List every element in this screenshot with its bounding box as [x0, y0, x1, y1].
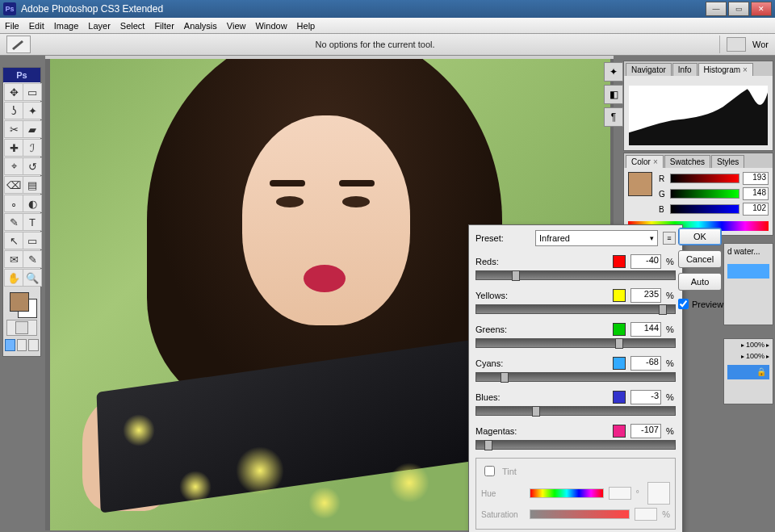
hand-tool[interactable]: ✋: [4, 269, 23, 287]
current-tool-preset-icon[interactable]: [6, 36, 31, 53]
slider-swatch-5: [613, 425, 626, 438]
menu-analysis[interactable]: Analysis: [184, 21, 217, 31]
layer-item[interactable]: 🔒: [727, 365, 769, 379]
screen-mode-standard[interactable]: [5, 339, 15, 351]
tab-swatches[interactable]: Swatches: [664, 155, 710, 168]
type-tool[interactable]: T: [23, 213, 42, 231]
slider-track-2[interactable]: [475, 338, 676, 348]
tab-styles[interactable]: Styles: [711, 155, 744, 168]
tab-navigator[interactable]: Navigator: [626, 63, 672, 76]
clone-stamp-tool[interactable]: ⌖: [4, 157, 23, 175]
tint-checkbox[interactable]: [484, 466, 495, 476]
slider-thumb-2[interactable]: [615, 338, 623, 349]
slider-track-5[interactable]: [475, 440, 676, 450]
menu-help[interactable]: Help: [297, 21, 316, 31]
slider-label-1: Yellows:: [475, 291, 527, 300]
blur-tool[interactable]: ∘: [4, 195, 23, 212]
tab-histogram[interactable]: Histogram×: [698, 63, 753, 76]
chevron-down-icon: ▾: [650, 234, 654, 242]
auto-button[interactable]: Auto: [678, 273, 722, 291]
notes-tool[interactable]: ✉: [4, 250, 23, 268]
close-button[interactable]: ✕: [751, 2, 772, 16]
menu-window[interactable]: Window: [255, 21, 287, 31]
color-swatches[interactable]: [6, 291, 37, 316]
screen-mode-buttons: [5, 339, 39, 351]
quick-mask-toggle[interactable]: [6, 320, 37, 336]
minimize-button[interactable]: —: [706, 2, 727, 16]
menu-view[interactable]: View: [227, 21, 246, 31]
slider-value-0[interactable]: -40: [630, 254, 661, 269]
slider-thumb-3[interactable]: [501, 372, 509, 383]
slider-value-5[interactable]: -107: [630, 424, 661, 438]
slice-tool[interactable]: ▰: [23, 120, 42, 138]
saturation-slider[interactable]: [530, 509, 630, 519]
workspace-icon[interactable]: [727, 37, 746, 52]
menu-image[interactable]: Image: [54, 21, 79, 31]
menu-select[interactable]: Select: [120, 21, 145, 31]
color-value-R[interactable]: 193: [743, 172, 769, 185]
tab-color[interactable]: Color×: [626, 155, 664, 168]
magic-wand-tool[interactable]: ✦: [23, 102, 42, 119]
saturation-value[interactable]: [635, 508, 657, 521]
dock-icon-2[interactable]: ◧: [604, 85, 623, 104]
slider-value-3[interactable]: -68: [630, 356, 661, 371]
preview-checkbox[interactable]: [678, 299, 689, 309]
screen-mode-full[interactable]: [28, 339, 39, 351]
slider-thumb-5[interactable]: [484, 440, 492, 450]
cancel-button[interactable]: Cancel: [678, 250, 722, 268]
ok-button[interactable]: OK: [678, 228, 722, 245]
color-slider-B[interactable]: [670, 204, 739, 214]
color-value-B[interactable]: 102: [743, 203, 769, 216]
workspace-label[interactable]: Wor: [752, 40, 769, 49]
color-panel-swatch[interactable]: [628, 172, 652, 196]
tint-color-swatch[interactable]: [647, 482, 670, 505]
hue-value[interactable]: [609, 487, 631, 500]
hue-slider[interactable]: [530, 488, 604, 498]
menu-file[interactable]: File: [5, 21, 19, 31]
eyedropper-tool[interactable]: ✎: [23, 250, 42, 268]
path-selection-tool[interactable]: ↖: [4, 232, 23, 249]
slider-value-2[interactable]: 144: [630, 322, 661, 337]
slider-swatch-0: [613, 255, 626, 268]
color-slider-G[interactable]: [670, 189, 739, 199]
lasso-tool[interactable]: ʖ: [4, 102, 23, 119]
preset-dropdown[interactable]: Infrared ▾: [535, 230, 658, 246]
dock-icon-3[interactable]: ¶: [604, 107, 623, 127]
menu-layer[interactable]: Layer: [88, 21, 111, 31]
tab-info[interactable]: Info: [672, 63, 698, 76]
foreground-color-swatch[interactable]: [10, 292, 29, 312]
partial-panel-1-item[interactable]: [727, 264, 769, 279]
slider-label-0: Reds:: [475, 257, 527, 266]
slider-value-4[interactable]: -3: [630, 390, 661, 404]
brush-tool[interactable]: ℐ: [23, 139, 42, 157]
marquee-tool[interactable]: ▭: [23, 83, 42, 101]
slider-thumb-1[interactable]: [659, 304, 667, 315]
menu-edit[interactable]: Edit: [29, 21, 44, 31]
slider-track-3[interactable]: [475, 372, 676, 382]
slider-value-1[interactable]: 235: [630, 288, 661, 303]
window-title: Adobe Photoshop CS3 Extended: [21, 3, 706, 15]
dock-icon-1[interactable]: ✦: [604, 62, 623, 82]
slider-track-4[interactable]: [475, 406, 676, 416]
screen-mode-maximized[interactable]: [17, 339, 27, 351]
healing-brush-tool[interactable]: ✚: [4, 139, 23, 157]
preset-menu-icon[interactable]: ≡: [663, 232, 676, 245]
color-slider-R[interactable]: [670, 174, 739, 183]
slider-track-0[interactable]: [475, 270, 676, 280]
gradient-tool[interactable]: ▤: [23, 176, 42, 194]
dodge-tool[interactable]: ◐: [23, 195, 42, 212]
slider-thumb-0[interactable]: [512, 270, 520, 281]
menu-filter[interactable]: Filter: [154, 21, 174, 31]
pen-tool[interactable]: ✎: [4, 213, 23, 231]
zoom-tool[interactable]: 🔍: [23, 269, 42, 287]
slider-track-1[interactable]: [475, 304, 676, 314]
history-brush-tool[interactable]: ↺: [23, 157, 42, 175]
shape-tool[interactable]: ▭: [23, 232, 42, 249]
eraser-tool[interactable]: ⌫: [4, 176, 23, 194]
crop-tool[interactable]: ✂: [4, 120, 23, 138]
color-value-G[interactable]: 148: [743, 187, 769, 200]
slider-label-2: Greens:: [475, 325, 527, 334]
slider-thumb-4[interactable]: [532, 406, 540, 417]
maximize-button[interactable]: ▭: [728, 2, 749, 16]
move-tool[interactable]: ✥: [4, 83, 23, 101]
